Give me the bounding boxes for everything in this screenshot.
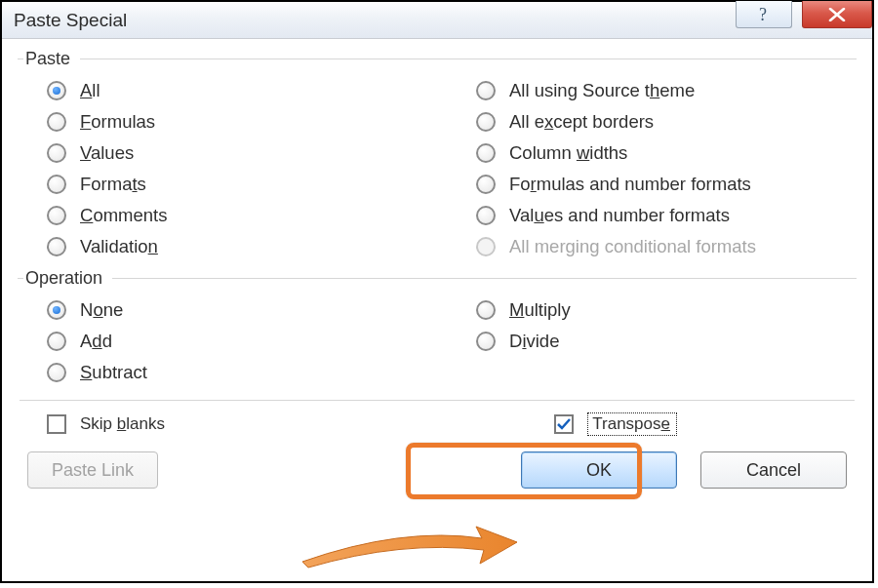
radio-label: None (80, 301, 123, 320)
radio-label: Column widths (509, 144, 627, 163)
radio-label: Formulas (80, 113, 155, 132)
operation-group: Operation NoneAddSubtract MultiplyDivide (18, 268, 857, 392)
radio-add[interactable]: Add (18, 326, 427, 357)
radio-label: Divide (509, 333, 559, 351)
radio-icon (47, 237, 66, 256)
radio-formats[interactable]: Formats (18, 169, 427, 200)
skip-blanks-checkbox[interactable]: Skip blanks (47, 414, 165, 434)
paste-legend: Paste (23, 49, 80, 69)
radio-label: All except borders (509, 113, 654, 132)
svg-text:?: ? (759, 5, 767, 24)
help-button[interactable]: ? (736, 1, 792, 28)
checkbox-icon (554, 414, 574, 434)
paste-group: Paste AllFormulasValuesFormatsCommentsVa… (18, 49, 857, 266)
radio-icon (47, 112, 66, 132)
radio-formulas-numfmt[interactable]: Formulas and number formats (447, 169, 857, 200)
radio-icon (476, 332, 496, 351)
radio-label: All using Source theme (509, 82, 695, 100)
radio-source-theme[interactable]: All using Source theme (447, 75, 857, 106)
radio-column-widths[interactable]: Column widths (447, 137, 857, 169)
radio-icon (47, 143, 66, 163)
radio-all[interactable]: All (18, 75, 427, 106)
ok-button[interactable]: OK (521, 451, 677, 489)
radio-label: Formulas and number formats (509, 176, 751, 194)
radio-merge-condfmt: All merging conditional formats (447, 231, 857, 262)
radio-none[interactable]: None (18, 294, 427, 326)
transpose-checkbox[interactable]: Transpose (554, 412, 677, 436)
radio-icon (47, 300, 66, 320)
radio-multiply[interactable]: Multiply (447, 294, 857, 326)
radio-icon (47, 206, 66, 225)
radio-divide[interactable]: Divide (447, 326, 857, 357)
radio-icon (476, 206, 496, 225)
radio-icon (476, 112, 496, 132)
radio-icon (476, 300, 496, 320)
dialog-title: Paste Special (14, 10, 127, 31)
transpose-label: Transpose (587, 412, 677, 436)
radio-label: Validation (80, 238, 158, 256)
radio-icon (476, 143, 496, 163)
radio-icon (476, 175, 496, 194)
radio-values[interactable]: Values (18, 137, 427, 169)
radio-subtract[interactable]: Subtract (18, 357, 427, 388)
radio-icon (47, 363, 66, 382)
checkbox-icon (47, 414, 66, 434)
radio-values-numfmt[interactable]: Values and number formats (447, 200, 857, 231)
paste-link-button: Paste Link (27, 451, 158, 489)
close-button[interactable] (802, 1, 872, 28)
operation-legend: Operation (23, 268, 112, 289)
titlebar: Paste Special ? (2, 2, 872, 39)
radio-icon (47, 332, 66, 351)
radio-label: Comments (80, 207, 167, 225)
annotation-arrow-icon (295, 521, 519, 571)
radio-icon (476, 237, 496, 256)
radio-icon (47, 81, 66, 100)
radio-formulas[interactable]: Formulas (18, 106, 427, 137)
radio-label: Add (80, 333, 112, 351)
radio-icon (47, 175, 66, 194)
radio-label: Multiply (509, 301, 571, 320)
radio-label: Formats (80, 176, 146, 194)
radio-label: Subtract (80, 364, 147, 382)
cancel-button[interactable]: Cancel (700, 451, 847, 489)
skip-blanks-label: Skip blanks (80, 414, 165, 434)
radio-label: All merging conditional formats (509, 238, 756, 256)
radio-icon (476, 81, 496, 100)
radio-label: All (80, 82, 100, 100)
radio-comments[interactable]: Comments (18, 200, 427, 231)
paste-special-dialog: Paste Special ? Paste AllFormulasValuesF… (0, 0, 874, 583)
radio-except-borders[interactable]: All except borders (447, 106, 857, 137)
radio-label: Values (80, 144, 134, 163)
radio-label: Values and number formats (509, 207, 730, 225)
radio-validation[interactable]: Validation (18, 231, 427, 262)
